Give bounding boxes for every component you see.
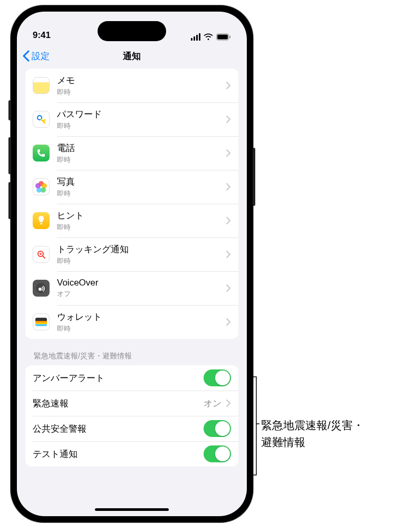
app-name: メモ [57,74,226,87]
chevron-right-icon [226,284,231,292]
app-row-voiceover[interactable]: VoiceOverオフ [25,271,238,305]
app-subtitle: 即時 [57,324,226,334]
status-time: 9:41 [33,30,51,41]
chevron-right-icon [226,81,231,90]
phone-frame: 9:41 設定 通 [11,5,253,522]
app-row-photos[interactable]: 写真即時 [25,170,238,204]
alert-row[interactable]: 公共安全警報 [25,416,238,441]
cellular-signal-icon [191,33,200,41]
app-name: ウォレット [57,311,226,323]
app-subtitle: 即時 [57,155,226,165]
screen: 9:41 設定 通 [17,12,247,516]
chevron-right-icon [226,318,231,326]
app-name: ヒント [57,210,226,222]
app-name: 電話 [57,142,226,154]
annotation-bracket [252,376,259,476]
app-subtitle: 即時 [57,256,226,266]
app-name: VoiceOver [57,278,226,288]
passwords-icon [33,111,50,128]
wallet-icon [33,314,50,330]
chevron-right-icon [226,149,231,157]
app-subtitle: 即時 [57,88,226,97]
app-name: トラッキング通知 [57,243,226,255]
app-row-tracking[interactable]: トラッキング通知即時 [25,238,238,271]
app-row-phone[interactable]: 電話即時 [25,136,238,170]
app-subtitle: 即時 [57,189,226,198]
chevron-right-icon [226,183,231,191]
back-label: 設定 [32,50,50,62]
tips-icon [33,212,50,229]
app-row-passwords[interactable]: パスワード即時 [25,102,238,136]
toggle-switch[interactable] [204,369,231,386]
app-name: パスワード [57,108,226,120]
nav-bar: 設定 通知 [17,43,247,69]
app-row-notes[interactable]: メモ即時 [25,69,238,102]
toggle-switch[interactable] [204,445,231,462]
app-name: 写真 [57,176,226,188]
phone-icon [33,145,50,162]
chevron-right-icon [226,115,231,124]
toggle-switch[interactable] [204,420,231,437]
alert-label: テスト通知 [33,448,204,460]
tracking-icon [33,246,50,263]
app-list: メモ即時パスワード即時電話即時写真即時ヒント即時トラッキング通知即時VoiceO… [25,69,238,339]
wifi-icon [204,33,213,41]
alerts-header: 緊急地震速報/災害・避難情報 [25,339,238,365]
side-button [8,100,11,120]
app-subtitle: 即時 [57,223,226,232]
back-button[interactable]: 設定 [22,50,50,62]
chevron-right-icon [226,250,231,259]
alert-row[interactable]: テスト通知 [25,441,238,467]
side-button [253,148,255,206]
alerts-list: アンバーアラート緊急速報オン公共安全警報テスト通知 [25,365,238,467]
side-button [8,137,11,174]
app-row-wallet[interactable]: ウォレット即時 [25,305,238,339]
photos-icon [33,178,50,195]
voiceover-icon [33,280,50,297]
home-indicator[interactable] [95,508,169,511]
chevron-right-icon [226,216,231,225]
chevron-left-icon [22,50,30,62]
svg-point-6 [38,288,42,291]
side-button [8,182,11,219]
alert-row[interactable]: アンバーアラート [25,365,238,391]
alert-row[interactable]: 緊急速報オン [25,391,238,416]
svg-rect-1 [217,35,228,40]
notes-icon [33,77,50,94]
dynamic-island [98,21,166,41]
app-subtitle: 即時 [57,121,226,131]
chevron-right-icon [226,399,231,407]
alert-label: 公共安全警報 [33,423,204,435]
app-subtitle: オフ [57,289,226,299]
annotation-label: 緊急地震速報/災害・避難情報 [261,417,364,450]
svg-rect-2 [229,36,230,39]
page-title: 通知 [123,50,141,62]
alert-label: アンバーアラート [33,372,204,384]
alert-value: オン [204,397,222,410]
app-row-tips[interactable]: ヒント即時 [25,204,238,238]
battery-icon [216,33,231,41]
alert-label: 緊急速報 [33,397,204,410]
